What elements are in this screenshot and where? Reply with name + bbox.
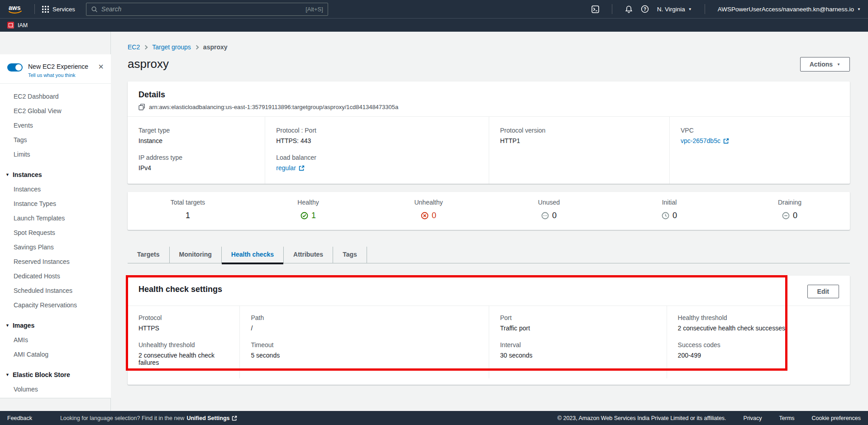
field-label: Protocol [138,314,229,321]
field-label: Path [251,314,478,321]
main-content: EC2 Target groups asproxy asproxy Action… [111,32,868,411]
minus-circle-icon [782,212,790,220]
stat-label: Initial [609,199,730,206]
load-balancer-link-label: regular [276,164,296,172]
cookie-preferences-link[interactable]: Cookie preferences [812,415,861,421]
target-type-value: Instance [138,137,254,144]
edit-button[interactable]: Edit [807,285,839,298]
field-label: IP address type [138,154,254,161]
new-ec2-experience-toggle[interactable] [7,63,23,72]
vpc-link[interactable]: vpc-2657db5c [681,137,729,144]
triangle-down-icon: ▼ [5,172,10,177]
breadcrumb: EC2 Target groups asproxy [128,43,850,51]
stat-initial: Initial 0 [609,199,730,220]
tab-health-checks[interactable]: Health checks [222,247,284,263]
target-status-summary-card: Total targets 1 Healthy 1 Unhealthy 0 Un… [128,192,850,230]
sidebar-item-scheduled-instances[interactable]: Scheduled Instances [0,283,111,298]
sidebar-item-events[interactable]: Events [0,118,111,133]
tab-tags[interactable]: Tags [333,247,367,263]
external-link-icon [232,415,237,421]
actions-button[interactable]: Actions ▼ [800,57,850,72]
svg-text:?: ? [644,7,646,12]
triangle-down-icon: ▼ [5,323,10,328]
tab-attributes[interactable]: Attributes [284,247,333,263]
field-label: Port [500,314,656,321]
field-label: Unhealthy threshold [138,341,229,349]
hc-path-value: / [251,325,478,332]
actions-button-label: Actions [810,61,833,68]
privacy-link[interactable]: Privacy [744,415,762,421]
sidebar-item-volumes[interactable]: Volumes [0,382,111,396]
stat-total-targets: Total targets 1 [128,199,248,220]
terms-link[interactable]: Terms [779,415,795,421]
sidebar-item-tags[interactable]: Tags [0,133,111,147]
language-note-text: Looking for language selection? Find it … [60,415,185,421]
sidebar-item-ec2-dashboard[interactable]: EC2 Dashboard [0,89,111,104]
tell-us-link[interactable]: Tell us what you think [28,72,76,78]
favorites-bar: IAM [0,18,868,32]
feedback-link[interactable]: Feedback [7,415,32,421]
sidebar-navigation: EC2 Dashboard EC2 Global View Events Tag… [0,84,111,398]
sidebar-item-savings-plans[interactable]: Savings Plans [0,240,111,254]
sidebar-item-instance-types[interactable]: Instance Types [0,196,111,211]
sidebar-item-dedicated-hosts[interactable]: Dedicated Hosts [0,269,111,283]
help-icon: ? [641,5,649,13]
protocol-version-value: HTTP1 [500,137,658,144]
stat-value: 1 [186,211,190,220]
cloudshell-button[interactable] [591,5,599,13]
hc-unhealthy-threshold-value: 2 consecutive health check failures [138,352,229,366]
sidebar-item-spot-requests[interactable]: Spot Requests [0,225,111,240]
sidebar-item-ami-catalog[interactable]: AMI Catalog [0,347,111,362]
notifications-button[interactable] [625,5,633,13]
favorite-iam[interactable]: IAM [7,22,28,29]
external-link-icon [299,165,305,171]
sidebar-section-images[interactable]: ▼ Images [0,318,111,333]
breadcrumb-target-groups[interactable]: Target groups [152,43,191,51]
check-circle-icon [300,212,308,220]
aws-logo[interactable]: aws [7,4,24,14]
sidebar-item-ec2-global-view[interactable]: EC2 Global View [0,104,111,118]
account-menu[interactable]: AWSPowerUserAccess/navaneeth.kn@harness.… [718,6,861,13]
chevron-right-icon [143,45,148,49]
cloudshell-terminal-icon [591,5,599,13]
field-label: VPC [681,127,839,134]
sidebar-item-instances[interactable]: Instances [0,182,111,196]
sidebar-section-elastic-block-store[interactable]: ▼ Elastic Block Store [0,368,111,382]
sidebar-item-launch-templates[interactable]: Launch Templates [0,211,111,225]
tab-targets[interactable]: Targets [128,247,170,263]
hc-success-codes-value: 200-499 [678,352,839,359]
sidebar-item-snapshots[interactable]: Snapshots [0,396,111,398]
field-label: Protocol version [500,127,658,134]
unified-settings-link[interactable]: Unified Settings [186,415,237,421]
region-selector[interactable]: N. Virginia ▼ [657,6,692,13]
copy-arn-button[interactable] [138,104,145,110]
close-icon[interactable]: × [97,62,105,71]
services-menu-button[interactable]: Services [39,4,78,14]
help-button[interactable]: ? [641,5,649,13]
sidebar-item-amis[interactable]: AMIs [0,333,111,347]
sidebar-item-capacity-reservations[interactable]: Capacity Reservations [0,298,111,312]
unified-settings-label: Unified Settings [186,415,229,421]
stat-unhealthy: Unhealthy 0 [368,199,489,220]
load-balancer-link[interactable]: regular [276,164,305,172]
field-label: Timeout [251,341,478,349]
sidebar-panel: New EC2 Experience Tell us what you thin… [0,54,111,398]
sidebar-item-reserved-instances[interactable]: Reserved Instances [0,254,111,269]
hc-interval-value: 30 seconds [500,352,656,359]
breadcrumb-current: asproxy [203,43,228,51]
copy-icon [138,104,145,110]
stat-value: 0 [793,211,797,220]
breadcrumb-ec2[interactable]: EC2 [128,43,140,51]
stat-label: Unused [489,199,609,206]
sidebar-section-label: Instances [13,171,42,178]
tab-monitoring[interactable]: Monitoring [170,247,222,263]
chevron-down-icon: ▼ [688,7,692,11]
hc-timeout-value: 5 seconds [251,352,478,359]
sidebar-section-instances[interactable]: ▼ Instances [0,167,111,182]
search-input[interactable] [101,5,305,13]
global-search[interactable]: [Alt+S] [86,3,328,16]
sidebar-item-limits[interactable]: Limits [0,147,111,162]
nav-divider [705,4,705,14]
favorite-iam-label: IAM [18,22,28,29]
field-label: Interval [500,341,656,349]
